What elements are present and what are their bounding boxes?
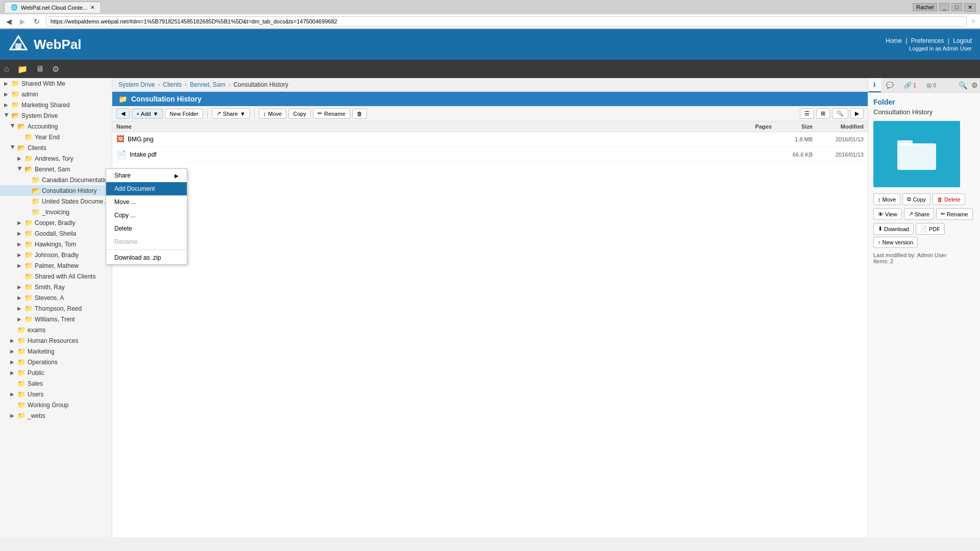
sidebar-item-stevens-a[interactable]: ▶ 📁 Stevens. A	[0, 292, 112, 303]
share-btn[interactable]: ↗ Share ▼	[212, 108, 250, 119]
sidebar-item-public[interactable]: ▶ 📁 Public	[0, 367, 112, 378]
sidebar-item-smith-ray[interactable]: ▶ 📁 Smith, Ray	[0, 282, 112, 292]
sidebar-label: Marketing Shared	[21, 102, 70, 109]
panel-rename-btn[interactable]: ✏ Rename	[936, 208, 973, 220]
table-row[interactable]: 📄 Intake.pdf 66.6 KB 2016/01/13	[112, 147, 868, 162]
sidebar-label: Bennet, Sam	[35, 166, 70, 173]
breadcrumb-bennet-sam[interactable]: Bennet, Sam	[190, 81, 225, 88]
context-menu-share[interactable]: Share ▶	[106, 169, 187, 182]
sidebar-item-canadian-documentation[interactable]: ▶ 📁 Canadian Documentation	[0, 174, 112, 185]
nav-back-btn[interactable]: ◀	[4, 16, 14, 27]
sidebar-item-human-resources[interactable]: ▶ 📁 Human Resources	[0, 335, 112, 346]
context-menu-download-zip[interactable]: Download as .zip	[106, 251, 187, 264]
home-link[interactable]: Home	[886, 37, 902, 44]
sidebar-item-sales[interactable]: ▶ 📁 Sales	[0, 378, 112, 389]
panel-tab-count[interactable]: ◎ 0	[921, 79, 941, 92]
rename-btn[interactable]: ✏ Rename	[313, 108, 350, 119]
arrow-icon: ▶	[10, 413, 15, 418]
grid-view-btn[interactable]: ⊞	[816, 108, 830, 119]
sidebar-item-users[interactable]: ▶ 📁 Users	[0, 389, 112, 399]
action-bar: ◀ + Add ▼ New Folder ↗ Share ▼ ↕ Move	[112, 106, 868, 121]
sidebar-item-bennet-sam[interactable]: ▶ 📂 Bennet, Sam	[0, 164, 112, 174]
panel-pdf-btn[interactable]: 📄 PDF	[916, 223, 945, 235]
panel-tab-links[interactable]: 🔗 1	[899, 79, 921, 92]
sidebar-item-williams-trent[interactable]: ▶ 📁 Williams, Trent	[0, 314, 112, 324]
sidebar-item-operations[interactable]: ▶ 📁 Operations	[0, 357, 112, 367]
sidebar-item-shared-with-me[interactable]: ▶ 📁 Shared With Me	[0, 78, 112, 89]
panel-new-version-btn[interactable]: ↑ New version	[873, 237, 918, 248]
sidebar-item-thompson-reed[interactable]: ▶ 📁 Thompson, Reed	[0, 303, 112, 314]
panel-copy-btn[interactable]: ⧉ Copy	[902, 193, 930, 205]
add-btn[interactable]: + Add ▼	[132, 109, 163, 119]
sidebar-item-goodall-sheila[interactable]: ▶ 📁 Goodall, Sheila	[0, 228, 112, 239]
context-menu-delete[interactable]: Delete	[106, 222, 187, 235]
sidebar-item-andrews-tory[interactable]: ▶ 📁 Andrews, Tory	[0, 153, 112, 164]
breadcrumb-clients[interactable]: Clients	[163, 81, 182, 88]
panel-view-btn[interactable]: 👁 View	[873, 208, 902, 220]
copy-icon: ⧉	[907, 196, 911, 203]
search-btn[interactable]: 🔍	[832, 108, 848, 119]
sidebar-item-working-group[interactable]: ▶ 📁 Working Group	[0, 399, 112, 410]
sidebar-item-us-documentation[interactable]: ▶ 📁 United States Documentation	[0, 196, 112, 207]
copy-btn[interactable]: Copy	[288, 109, 311, 119]
sidebar-item-marketing[interactable]: ▶ 📁 Marketing	[0, 346, 112, 357]
nav-prev-btn[interactable]: ◀	[116, 108, 130, 119]
sidebar-item-accounting[interactable]: ▶ 📂 Accounting	[0, 121, 112, 132]
gear-icon[interactable]: ⚙	[52, 64, 59, 74]
panel-search-btn[interactable]: 🔍	[957, 79, 969, 91]
col-name-header: Name	[116, 123, 731, 130]
folder-icon[interactable]: 📁	[17, 64, 28, 74]
preferences-link[interactable]: Preferences	[911, 37, 944, 44]
sidebar-item-admin[interactable]: ▶ 📁 admin	[0, 89, 112, 99]
table-row[interactable]: 🖼 BMG.png 1.8 MB 2016/01/13	[112, 132, 868, 147]
list-view-btn[interactable]: ☰	[800, 108, 814, 119]
sidebar-item-webs[interactable]: ▶ 📁 _webs	[0, 410, 112, 421]
sidebar-item-palmer-mathew[interactable]: ▶ 📁 Palmer, Mathew	[0, 260, 112, 271]
sidebar-item-hawkings-tom[interactable]: ▶ 📁 Hawkings, Tom	[0, 239, 112, 249]
sidebar-item-system-drive[interactable]: ▶ 📂 System Drive	[0, 110, 112, 121]
arrow-expanded-icon: ▶	[17, 167, 23, 172]
win-rachel-btn[interactable]: Rachel	[913, 3, 937, 11]
share-label: Share	[915, 211, 929, 217]
breadcrumb-system-drive[interactable]: System Drive	[118, 81, 155, 88]
sidebar-item-exams[interactable]: ▶ 📁 exams	[0, 324, 112, 335]
tab[interactable]: 🌐 WebPal.net Cloud Conte... ✕	[4, 2, 101, 13]
sidebar-item-invoicing[interactable]: ▶ 📁 _Invoicing	[0, 207, 112, 217]
nav-forward-btn[interactable]: ▶	[18, 16, 28, 27]
panel-move-btn[interactable]: ↕ Move	[873, 193, 900, 205]
sidebar-label: Accounting	[28, 123, 58, 130]
sidebar-item-shared-all-clients[interactable]: ▶ 📁 Shared with All Clients	[0, 271, 112, 282]
monitor-icon[interactable]: 🖥	[36, 64, 44, 73]
sidebar-item-marketing-shared[interactable]: ▶ 📁 Marketing Shared	[0, 99, 112, 110]
new-folder-btn[interactable]: New Folder	[165, 109, 203, 119]
address-input[interactable]	[46, 16, 967, 27]
home-icon[interactable]: ⌂	[4, 64, 9, 73]
win-maximize-btn[interactable]: □	[951, 3, 962, 11]
action-sep-1	[207, 109, 208, 119]
sidebar-item-cooper-bradly[interactable]: ▶ 📁 Cooper, Bradly	[0, 217, 112, 228]
panel-tab-comments[interactable]: 💬	[881, 79, 899, 92]
panel-settings-btn[interactable]: ⚙	[969, 79, 980, 91]
context-menu-add-document[interactable]: Add Document	[106, 182, 187, 195]
sidebar-item-consultation-history[interactable]: ▶ 📂 Consultation History	[0, 185, 112, 196]
nav-next-btn[interactable]: ▶	[850, 108, 864, 119]
delete-btn[interactable]: 🗑	[352, 109, 367, 119]
move-btn[interactable]: ↕ Move	[259, 109, 286, 119]
win-minimize-btn[interactable]: _	[939, 3, 949, 11]
logout-link[interactable]: Logout	[953, 37, 972, 44]
panel-delete-btn[interactable]: 🗑 Delete	[933, 193, 965, 205]
context-menu-copy[interactable]: Copy ...	[106, 209, 187, 222]
win-close-btn[interactable]: ✕	[964, 3, 976, 12]
sidebar-label: System Drive	[21, 112, 58, 119]
nav-reload-btn[interactable]: ↻	[32, 16, 42, 27]
panel-download-btn[interactable]: ⬇ Download	[873, 223, 914, 235]
panel-tab-info[interactable]: ℹ	[868, 78, 881, 92]
sidebar-item-year-end[interactable]: ▶ 📁 Year End	[0, 132, 112, 142]
tab-close-icon[interactable]: ✕	[90, 5, 94, 10]
panel-share-btn[interactable]: ↗ Share	[904, 208, 934, 220]
move-label: Move	[268, 111, 282, 117]
app-toolbar: ⌂ 📁 🖥 ⚙	[0, 60, 980, 78]
context-menu-move[interactable]: Move ...	[106, 195, 187, 209]
sidebar-item-clients[interactable]: ▶ 📂 Clients	[0, 142, 112, 153]
sidebar-item-johnson-bradly[interactable]: ▶ 📁 Johnson, Bradly	[0, 249, 112, 260]
